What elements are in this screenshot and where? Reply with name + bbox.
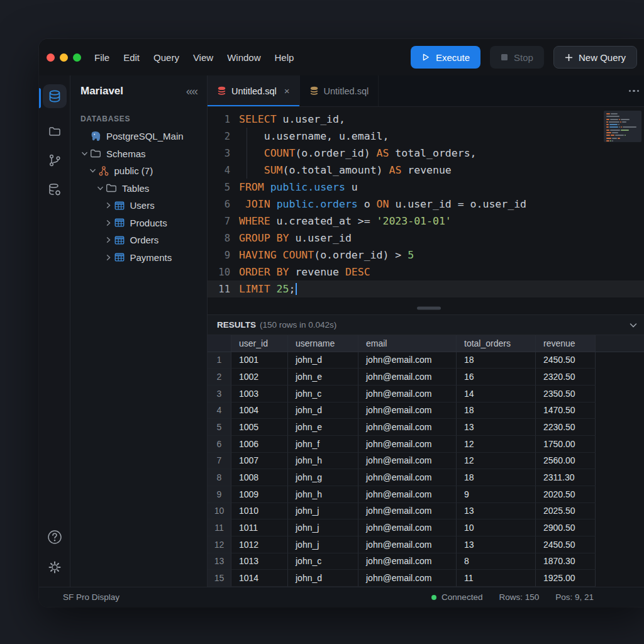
data-cell[interactable]: john_c [288,553,358,570]
result-row[interactable]: 91009john_hjohn@email.com92020.50 [208,486,644,503]
data-cell[interactable]: john@email.com [358,570,457,587]
data-cell[interactable]: 1925.00 [536,570,596,587]
data-cell[interactable]: john@email.com [358,419,457,436]
data-cell[interactable]: john@email.com [358,386,457,402]
data-cell[interactable]: 1013 [231,553,288,570]
editor-line-4[interactable]: 4 SUM(o.total_amount) AS revenue [208,162,644,179]
data-cell[interactable]: john_e [288,369,358,386]
result-row[interactable]: 81008john_gjohn@email.com182311.30 [208,469,644,486]
data-cell[interactable]: 13 [457,536,536,553]
column-header-user_id[interactable]: user_id [231,335,288,352]
tree-item-payments[interactable]: Payments [70,249,207,267]
editor-line-9[interactable]: 9HAVING COUNT(o.order_id) > 5 [208,247,644,264]
data-cell[interactable]: 16 [457,369,536,386]
data-cell[interactable]: 8 [457,553,536,570]
editor-line-2[interactable]: 2 u.username, u.email, [208,128,644,145]
data-cell[interactable]: john_d [288,570,358,587]
row-number-cell[interactable]: 11 [208,519,231,536]
data-cell[interactable]: 9 [457,486,536,503]
close-window-button[interactable] [47,53,55,62]
editor-results-splitter[interactable] [208,302,644,314]
data-cell[interactable]: 18 [457,352,536,369]
data-cell[interactable]: 1750.00 [536,436,596,453]
row-number-cell[interactable]: 7 [208,453,231,470]
data-cell[interactable]: 2560.00 [536,453,596,470]
result-row[interactable]: 21002john_ejohn@email.com162320.50 [208,369,644,386]
data-cell[interactable]: john@email.com [358,453,457,470]
data-cell[interactable]: 11 [457,570,536,587]
data-cell[interactable]: john_d [288,402,358,419]
result-row[interactable]: 131013john_cjohn@email.com81870.30 [208,553,644,570]
editor-line-8[interactable]: 8GROUP BY u.user_id [208,230,644,247]
menu-item-help[interactable]: Help [268,52,301,63]
data-cell[interactable]: john@email.com [358,402,457,419]
row-number-cell[interactable]: 6 [208,436,231,453]
rail-item-db-admin[interactable] [43,182,67,197]
result-row[interactable]: 101010john_jjohn@email.com132025.50 [208,503,644,520]
menu-item-window[interactable]: Window [220,52,267,63]
result-row[interactable]: 31003john_cjohn@email.com142350.50 [208,386,644,402]
data-cell[interactable]: john@email.com [358,503,457,520]
result-row[interactable]: 71007john_hjohn@email.com122560.00 [208,453,644,470]
data-cell[interactable]: 1006 [231,436,288,453]
editor-line-7[interactable]: 7WHERE u.created_at >= '2023-01-01' [208,213,644,230]
data-cell[interactable]: 2025.50 [536,503,596,520]
data-cell[interactable]: 10 [457,519,536,536]
tree-item-products[interactable]: Products [70,214,207,232]
column-header-username[interactable]: username [288,335,358,352]
editor-line-5[interactable]: 5FROM public.users u [208,179,644,196]
editor-line-1[interactable]: 1SELECT u.user_id, [208,111,644,128]
row-number-cell[interactable]: 9 [208,486,231,503]
data-cell[interactable]: 2450.50 [536,536,596,553]
maximize-window-button[interactable] [73,53,81,62]
row-number-cell[interactable]: 2 [208,369,231,386]
chevron-right-icon[interactable] [104,253,113,262]
data-cell[interactable]: john@email.com [358,553,457,570]
data-cell[interactable]: john@email.com [358,369,457,386]
data-cell[interactable]: john_h [288,486,358,503]
rail-item-branches[interactable] [43,153,67,167]
data-cell[interactable]: john_c [288,386,358,402]
row-number-cell[interactable]: 4 [208,402,231,419]
tab-untitled-sql[interactable]: Untitled.sql [300,75,379,106]
row-number-cell[interactable]: 3 [208,386,231,402]
rail-item-help[interactable] [43,529,67,545]
row-number-cell[interactable]: 1 [208,352,231,369]
data-cell[interactable]: 2020.50 [536,486,596,503]
result-row[interactable]: 41004john_djohn@email.com181470.50 [208,402,644,419]
data-cell[interactable]: 2450.50 [536,352,596,369]
editor-line-3[interactable]: 3 COUNT(o.order_id) AS total_orders, [208,145,644,162]
result-row[interactable]: 121012john_jjohn@email.com132450.50 [208,536,644,553]
data-cell[interactable]: 12 [457,436,536,453]
result-row[interactable]: 111011john_jjohn@email.com102900.50 [208,519,644,536]
collapse-sidebar-icon[interactable]: «« [186,84,197,98]
data-cell[interactable]: 1003 [231,386,288,402]
data-cell[interactable]: 1010 [231,503,288,520]
data-cell[interactable]: 1002 [231,369,288,386]
data-cell[interactable]: 2230.50 [536,419,596,436]
menu-item-file[interactable]: File [87,52,116,63]
data-cell[interactable]: 1008 [231,469,288,486]
data-cell[interactable]: 1004 [231,402,288,419]
editor-line-10[interactable]: 10ORDER BY revenue DESC [208,264,644,280]
rail-item-files[interactable] [43,125,67,138]
data-cell[interactable]: 14 [457,386,536,402]
rail-item-databases[interactable] [43,84,67,108]
data-cell[interactable]: john@email.com [358,436,457,453]
result-row[interactable]: 151014john_djohn@email.com111925.00 [208,570,644,587]
collapse-results-icon[interactable] [628,320,638,330]
chevron-down-icon[interactable] [96,184,105,192]
editor-minimap[interactable] [604,111,641,142]
editor-line-6[interactable]: 6 JOIN public.orders o ON u.user_id = o.… [208,196,644,213]
data-cell[interactable]: john@email.com [358,519,457,536]
tree-item-schemas[interactable]: Schemas [70,145,207,163]
data-cell[interactable]: 18 [457,469,536,486]
menu-item-query[interactable]: Query [147,52,186,63]
column-header-total_orders[interactable]: total_orders [457,335,536,352]
data-cell[interactable]: 1001 [231,352,288,369]
editor-line-11[interactable]: 11LIMIT 25; [208,280,644,297]
data-cell[interactable]: 1005 [231,419,288,436]
close-tab-icon[interactable]: × [284,86,290,96]
data-cell[interactable]: john_h [288,453,358,470]
chevron-down-icon[interactable] [80,150,89,158]
